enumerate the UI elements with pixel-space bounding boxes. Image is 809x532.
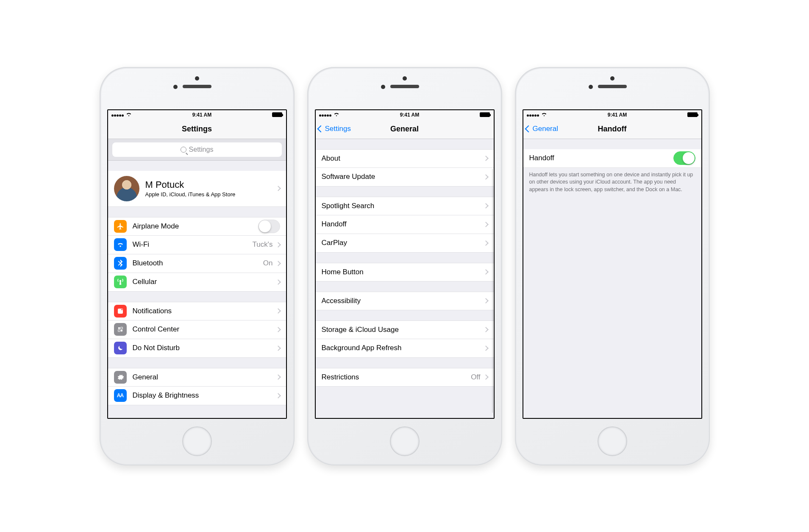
page-title: Settings (182, 125, 212, 134)
status-bar: 9:41 AM (523, 110, 701, 120)
nav-bar: Settings General (316, 120, 494, 139)
profile-name: M Potuck (145, 179, 276, 190)
row-label: Software Update (322, 173, 484, 181)
toggle-switch[interactable] (258, 220, 280, 233)
svg-point-2 (118, 327, 120, 329)
row-label: Display & Brightness (133, 391, 276, 400)
settings-row[interactable]: Notifications (108, 302, 286, 320)
row-label: About (322, 154, 484, 163)
home-button[interactable] (598, 426, 627, 456)
back-button[interactable]: General (526, 120, 558, 139)
settings-row[interactable]: AADisplay & Brightness (108, 387, 286, 405)
signal-dots-icon (111, 112, 124, 118)
chevron-right-icon (483, 222, 489, 227)
iphone-device-3: 9:41 AM General Handoff Handoff Handoff … (515, 67, 710, 465)
settings-row[interactable]: Control Center (108, 320, 286, 339)
chevron-right-icon (483, 240, 489, 246)
handoff-screen: 9:41 AM General Handoff Handoff Handoff … (523, 109, 702, 419)
chevron-right-icon (483, 203, 489, 209)
settings-row[interactable]: General (108, 368, 286, 387)
svg-point-1 (121, 309, 122, 310)
back-button[interactable]: Settings (318, 120, 351, 139)
chevron-right-icon (275, 327, 281, 332)
chevron-left-icon (525, 125, 532, 133)
bell-icon (114, 305, 127, 318)
nav-bar: Settings (108, 120, 286, 139)
status-time: 9:41 AM (608, 112, 627, 118)
settings-row[interactable]: Storage & iCloud Usage (316, 320, 494, 339)
row-value: Off (471, 373, 480, 382)
chevron-right-icon (275, 261, 281, 266)
chevron-right-icon (483, 327, 489, 332)
battery-icon (272, 112, 282, 117)
chevron-left-icon (317, 125, 324, 133)
chevron-right-icon (275, 393, 281, 398)
settings-row[interactable]: Handoff (316, 215, 494, 234)
row-label: Airplane Mode (133, 222, 258, 231)
page-title: Handoff (598, 125, 627, 134)
chevron-right-icon (275, 186, 281, 191)
apple-id-row[interactable]: M Potuck Apple ID, iCloud, iTunes & App … (108, 171, 286, 207)
settings-row[interactable]: Home Button (316, 263, 494, 281)
chevron-right-icon (275, 374, 281, 380)
settings-row[interactable]: Wi-FiTuck's (108, 236, 286, 254)
avatar (114, 176, 139, 201)
iphone-device-1: 9:41 AM Settings Settings M Potuck Apple… (100, 67, 295, 465)
settings-screen: 9:41 AM Settings Settings M Potuck Apple… (107, 109, 287, 419)
row-label: Accessibility (322, 297, 484, 305)
search-input[interactable]: Settings (112, 142, 282, 157)
row-label: Home Button (322, 268, 484, 276)
row-label: Cellular (133, 278, 276, 286)
nav-bar: General Handoff (523, 120, 701, 139)
row-label: Restrictions (322, 373, 471, 382)
bt-icon (114, 257, 127, 270)
row-label: Control Center (133, 325, 276, 334)
moon-icon (114, 342, 127, 354)
row-label: Spotlight Search (322, 202, 484, 210)
back-label: Settings (325, 125, 351, 133)
chevron-right-icon (483, 156, 489, 161)
wifi-icon (126, 112, 132, 118)
chevron-right-icon (483, 374, 489, 380)
home-button[interactable] (390, 426, 420, 456)
chevron-right-icon (275, 279, 281, 285)
handoff-switch[interactable] (673, 151, 695, 165)
cc-icon (114, 323, 127, 336)
settings-row[interactable]: Spotlight Search (316, 197, 494, 215)
row-label: Wi-Fi (133, 240, 253, 249)
status-time: 9:41 AM (400, 112, 420, 118)
settings-row[interactable]: Accessibility (316, 292, 494, 310)
chevron-right-icon (483, 345, 489, 351)
chevron-right-icon (483, 269, 489, 275)
settings-row[interactable]: Software Update (316, 168, 494, 187)
row-label: General (133, 373, 276, 382)
cell-icon (114, 276, 127, 288)
back-label: General (533, 125, 558, 133)
svg-rect-3 (120, 327, 122, 329)
settings-row[interactable]: Do Not Disturb (108, 339, 286, 358)
row-label: CarPlay (322, 239, 484, 247)
row-label: Do Not Disturb (133, 344, 276, 352)
settings-row[interactable]: Cellular (108, 273, 286, 292)
chevron-right-icon (483, 174, 489, 180)
row-label: Handoff (529, 154, 673, 162)
chevron-right-icon (275, 242, 281, 248)
search-placeholder: Settings (189, 146, 214, 153)
settings-row[interactable]: About (316, 149, 494, 168)
settings-row[interactable]: BluetoothOn (108, 254, 286, 273)
signal-dots-icon (319, 112, 332, 118)
home-button[interactable] (182, 426, 212, 456)
handoff-toggle-row[interactable]: Handoff (523, 149, 701, 168)
settings-row[interactable]: RestrictionsOff (316, 368, 494, 387)
wifi-icon (334, 112, 339, 118)
settings-row[interactable]: Background App Refresh (316, 339, 494, 358)
settings-row[interactable]: CarPlay (316, 234, 494, 253)
row-value: On (263, 259, 273, 267)
row-label: Notifications (133, 307, 276, 315)
settings-row[interactable]: Airplane Mode (108, 217, 286, 236)
page-title: General (390, 125, 419, 134)
chevron-right-icon (483, 298, 489, 304)
status-time: 9:41 AM (192, 112, 212, 118)
signal-dots-icon (527, 112, 539, 118)
wifi-icon (114, 238, 127, 251)
